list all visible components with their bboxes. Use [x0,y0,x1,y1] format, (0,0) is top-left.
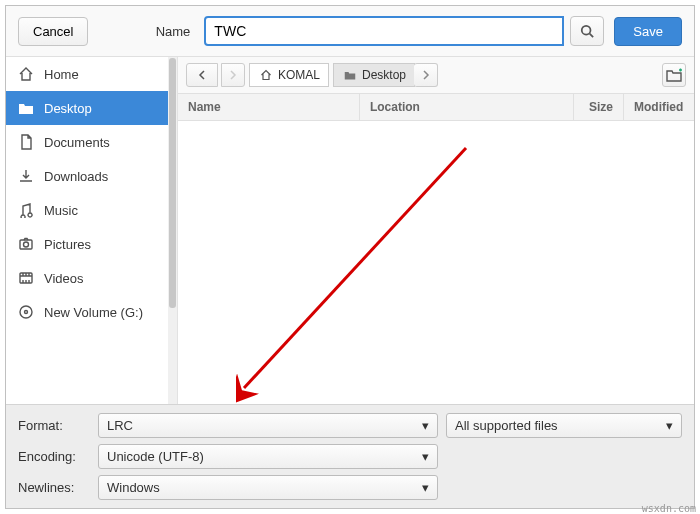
sidebar-item-label: Music [44,203,78,218]
breadcrumb-komal[interactable]: KOMAL [249,63,329,87]
filename-input[interactable] [204,16,564,46]
filter-value: All supported files [455,418,558,433]
sidebar-item-documents[interactable]: Documents [6,125,177,159]
encoding-value: Unicode (UTF-8) [107,449,204,464]
encoding-select[interactable]: Unicode (UTF-8) ▾ [98,444,438,469]
drive-icon [18,304,34,320]
svg-point-5 [20,306,32,318]
column-headers: Name Location Size Modified [178,94,694,121]
chevron-down-icon: ▾ [422,480,429,495]
format-label: Format: [18,418,98,433]
chevron-down-icon: ▾ [666,418,673,433]
breadcrumb-label: KOMAL [278,68,320,82]
search-button[interactable] [570,16,604,46]
name-label: Name [156,24,191,39]
chevron-down-icon: ▾ [422,449,429,464]
svg-point-6 [25,311,28,314]
sidebar-item-label: Videos [44,271,84,286]
format-value: LRC [107,418,133,433]
sidebar-item-label: Documents [44,135,110,150]
column-location[interactable]: Location [360,94,574,120]
svg-point-0 [582,26,591,35]
folder-icon [342,67,358,83]
file-list[interactable] [178,121,694,404]
newlines-value: Windows [107,480,160,495]
nav-forward-button[interactable] [221,63,245,87]
dialog-header: Cancel Name Save [6,6,694,57]
document-icon [18,134,34,150]
sidebar-item-label: Home [44,67,79,82]
sidebar-item-videos[interactable]: Videos [6,261,177,295]
new-folder-button[interactable] [662,63,686,87]
music-icon [18,202,34,218]
save-button[interactable]: Save [614,17,682,46]
places-sidebar: Home Desktop Documents Downloads Music P… [6,57,178,404]
camera-icon [18,236,34,252]
desktop-folder-icon [18,100,34,116]
column-modified[interactable]: Modified [624,94,694,120]
sidebar-item-label: New Volume (G:) [44,305,143,320]
breadcrumb-desktop[interactable]: Desktop [333,63,415,87]
svg-line-1 [590,34,594,38]
newlines-select[interactable]: Windows ▾ [98,475,438,500]
sidebar-item-pictures[interactable]: Pictures [6,227,177,261]
svg-point-3 [24,242,29,247]
sidebar-item-desktop[interactable]: Desktop [6,91,177,125]
breadcrumb-expand-button[interactable] [414,63,438,87]
home-icon [258,67,274,83]
chevron-down-icon: ▾ [422,418,429,433]
dialog-footer: Format: LRC ▾ All supported files ▾ Enco… [6,404,694,508]
format-select[interactable]: LRC ▾ [98,413,438,438]
home-icon [18,66,34,82]
file-browser: KOMAL Desktop Name Location Size Modifie… [178,57,694,404]
video-icon [18,270,34,286]
filetype-filter-select[interactable]: All supported files ▾ [446,413,682,438]
nav-back-button[interactable] [186,63,218,87]
newlines-label: Newlines: [18,480,98,495]
cancel-button[interactable]: Cancel [18,17,88,46]
sidebar-item-label: Desktop [44,101,92,116]
sidebar-item-music[interactable]: Music [6,193,177,227]
save-dialog: Cancel Name Save Home Desktop Documents [5,5,695,509]
breadcrumb-label: Desktop [362,68,406,82]
dialog-body: Home Desktop Documents Downloads Music P… [6,57,694,404]
encoding-label: Encoding: [18,449,98,464]
sidebar-scrollbar[interactable] [168,57,177,404]
search-icon [579,23,595,39]
sidebar-item-label: Pictures [44,237,91,252]
sidebar-item-drive[interactable]: New Volume (G:) [6,295,177,329]
sidebar-item-downloads[interactable]: Downloads [6,159,177,193]
watermark: wsxdn.com [642,503,696,514]
sidebar-item-home[interactable]: Home [6,57,177,91]
sidebar-item-label: Downloads [44,169,108,184]
column-name[interactable]: Name [178,94,360,120]
path-bar: KOMAL Desktop [178,57,694,94]
column-size[interactable]: Size [574,94,624,120]
download-icon [18,168,34,184]
